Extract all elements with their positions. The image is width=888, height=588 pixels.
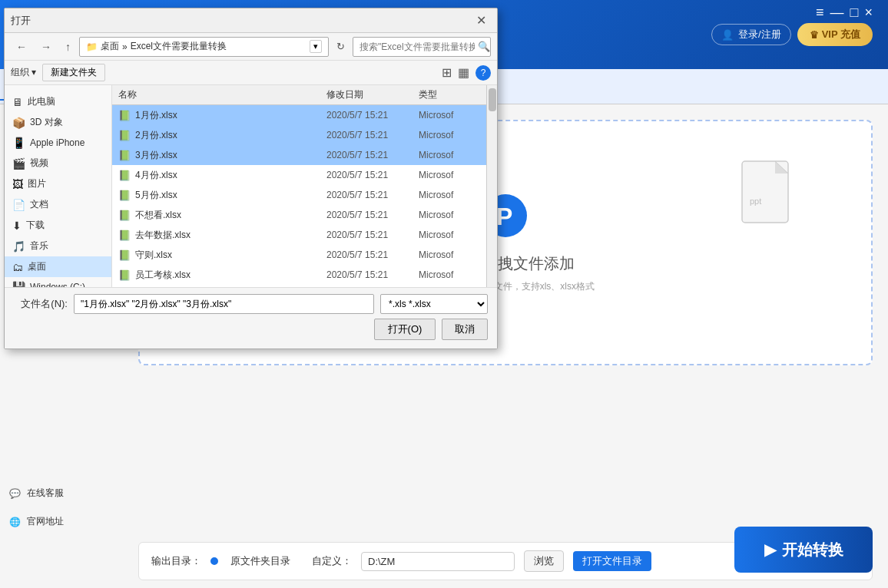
file-type-cell: Microsof — [419, 269, 480, 280]
file-date-cell: 2020/5/7 15:21 — [326, 249, 419, 260]
sidebar-item-customer-service[interactable]: 💬 在线客服 — [0, 481, 134, 506]
dialog-file-area: 名称 修改日期 类型 📗 1月份.xlsx 2020/5/7 15:21 Mic… — [112, 85, 486, 287]
start-convert-button[interactable]: ▶ 开始转换 — [734, 527, 873, 573]
file-type-cell: Microsof — [419, 249, 480, 260]
dialog-cancel-button[interactable]: 取消 — [442, 319, 488, 340]
excel-file-icon: 📗 — [118, 249, 131, 261]
sidebar-pictures-label: 图片 — [28, 177, 46, 190]
dialog-path-bar: 📁 桌面 » Excel文件需要批量转换 ▾ — [79, 37, 329, 57]
web-icon: 🌐 — [9, 517, 21, 527]
filetype-select[interactable]: *.xls *.xlsx — [380, 294, 488, 314]
menu-icon[interactable]: ≡ — [816, 5, 824, 21]
filename-label: 文件名(N): — [14, 297, 68, 311]
sidebar-item-windows-c[interactable]: 💾 Windows (C:) — [5, 277, 111, 287]
drive-icon: 💾 — [12, 281, 25, 287]
website-label: 官网地址 — [27, 515, 64, 528]
sidebar-item-pictures[interactable]: 🖼 图片 — [5, 173, 111, 194]
close-button[interactable]: × — [864, 5, 873, 21]
excel-file-icon: 📗 — [118, 110, 131, 121]
sidebar-item-website[interactable]: 🌐 官网地址 — [0, 509, 134, 534]
sidebar-item-this-pc[interactable]: 🖥 此电脑 — [5, 91, 111, 112]
file-item-7[interactable]: 📗 守则.xlsx 2020/5/7 15:21 Microsof — [112, 245, 486, 265]
music-icon: 🎵 — [12, 240, 25, 253]
refresh-button[interactable]: ↻ — [332, 38, 350, 55]
col-date-header[interactable]: 修改日期 — [326, 88, 419, 101]
file-name-cell: 3月份.xlsx — [135, 149, 326, 162]
path-current: Excel文件需要批量转换 — [131, 40, 227, 53]
file-list: 📗 1月份.xlsx 2020/5/7 15:21 Microsof 📗 2月份… — [112, 105, 486, 287]
scroll-thumb — [489, 88, 496, 111]
minimize-button[interactable]: — — [830, 5, 844, 21]
sidebar-item-3d[interactable]: 📦 3D 对象 — [5, 112, 111, 133]
chat-icon: 💬 — [9, 488, 21, 499]
col-name-header[interactable]: 名称 — [118, 88, 326, 101]
open-folder-button[interactable]: 打开文件目录 — [573, 551, 651, 571]
view-toggle-button[interactable]: ⊞ — [442, 65, 452, 80]
excel-file-icon: 📗 — [118, 130, 131, 141]
dialog-search-input[interactable] — [360, 41, 475, 52]
help-button[interactable]: ? — [475, 65, 491, 81]
scrollbar[interactable] — [486, 85, 497, 287]
new-folder-button[interactable]: 新建文件夹 — [42, 64, 105, 81]
documents-icon: 📄 — [12, 199, 25, 211]
file-name-cell: 不想看.xlsx — [135, 209, 326, 222]
file-open-dialog: 打开 ✕ ← → ↑ 📁 桌面 » Excel文件需要批量转换 ▾ ↻ 🔍 组织 — [4, 8, 498, 349]
vip-button[interactable]: ♛ VIP 充值 — [797, 23, 873, 46]
nav-back-button[interactable]: ← — [11, 38, 32, 56]
maximize-button[interactable]: □ — [850, 5, 859, 21]
file-item-3[interactable]: 📗 4月份.xlsx 2020/5/7 15:21 Microsof — [112, 165, 486, 185]
file-type-cell: Microsof — [419, 190, 480, 200]
dialog-footer: 文件名(N): *.xls *.xlsx 打开(O) 取消 — [5, 287, 497, 349]
file-type-cell: Microsof — [419, 130, 480, 140]
nav-forward-button[interactable]: → — [35, 38, 57, 56]
sidebar-item-desktop[interactable]: 🗂 桌面 — [5, 256, 111, 277]
dialog-body: 🖥 此电脑 📦 3D 对象 📱 Apple iPhone 🎬 视频 🖼 — [5, 85, 497, 287]
video-icon: 🎬 — [12, 157, 25, 170]
filename-input[interactable] — [74, 294, 374, 314]
dialog-title-bar: 打开 ✕ — [5, 8, 497, 33]
dialog-second-toolbar: 组织 ▾ 新建文件夹 ⊞ ▦ ? — [5, 61, 497, 85]
file-type-cell: Microsof — [419, 210, 480, 220]
file-item-1[interactable]: 📗 2月份.xlsx 2020/5/7 15:21 Microsof — [112, 125, 486, 145]
sidebar-windows-label: Windows (C:) — [30, 282, 85, 287]
file-item-4[interactable]: 📗 5月份.xlsx 2020/5/7 15:21 Microsof — [112, 185, 486, 205]
browse-button[interactable]: 浏览 — [524, 550, 564, 572]
file-item-2[interactable]: 📗 3月份.xlsx 2020/5/7 15:21 Microsof — [112, 145, 486, 165]
nav-up-button[interactable]: ↑ — [60, 38, 76, 56]
file-type-cell: Microsof — [419, 150, 480, 160]
file-list-header: 名称 修改日期 类型 — [112, 85, 486, 105]
radio-original-folder[interactable] — [210, 557, 218, 565]
excel-file-icon: 📗 — [118, 170, 131, 181]
user-icon: 👤 — [721, 29, 734, 41]
file-item-0[interactable]: 📗 1月份.xlsx 2020/5/7 15:21 Microsof — [112, 105, 486, 125]
file-item-5[interactable]: 📗 不想看.xlsx 2020/5/7 15:21 Microsof — [112, 205, 486, 225]
custom-path-input[interactable] — [361, 552, 515, 571]
sidebar-item-video[interactable]: 🎬 视频 — [5, 153, 111, 173]
file-date-cell: 2020/5/7 15:21 — [326, 110, 419, 121]
view-list-button[interactable]: ▦ — [458, 65, 469, 80]
sidebar-item-music[interactable]: 🎵 音乐 — [5, 236, 111, 256]
sidebar-item-apple-iphone[interactable]: 📱 Apple iPhone — [5, 133, 111, 153]
excel-file-icon: 📗 — [118, 210, 131, 221]
excel-file-icon: 📗 — [118, 269, 131, 281]
dialog-open-button[interactable]: 打开(O) — [374, 319, 436, 340]
sidebar-iphone-label: Apple iPhone — [30, 137, 84, 148]
iphone-icon: 📱 — [12, 137, 25, 149]
excel-file-icon: 📗 — [118, 150, 131, 161]
file-date-cell: 2020/5/7 15:21 — [326, 269, 419, 280]
sidebar-pc-label: 此电脑 — [28, 95, 55, 108]
login-button[interactable]: 👤 登录/注册 — [711, 24, 791, 45]
dialog-search-bar: 🔍 — [353, 37, 491, 57]
path-dropdown-button[interactable]: ▾ — [310, 40, 322, 53]
sidebar-item-documents[interactable]: 📄 文档 — [5, 194, 111, 215]
file-item-6[interactable]: 📗 去年数据.xlsx 2020/5/7 15:21 Microsof — [112, 225, 486, 245]
excel-file-icon: 📗 — [118, 190, 131, 201]
sidebar-desktop-label: 桌面 — [28, 260, 46, 273]
sidebar-item-downloads[interactable]: ⬇ 下载 — [5, 215, 111, 236]
file-type-cell: Microsof — [419, 230, 480, 240]
file-date-cell: 2020/5/7 15:21 — [326, 190, 419, 200]
dialog-close-button[interactable]: ✕ — [472, 12, 491, 29]
col-type-header: 类型 — [419, 88, 480, 101]
file-item-8[interactable]: 📗 员工考核.xlsx 2020/5/7 15:21 Microsof — [112, 265, 486, 285]
vip-crown-icon: ♛ — [810, 29, 819, 41]
